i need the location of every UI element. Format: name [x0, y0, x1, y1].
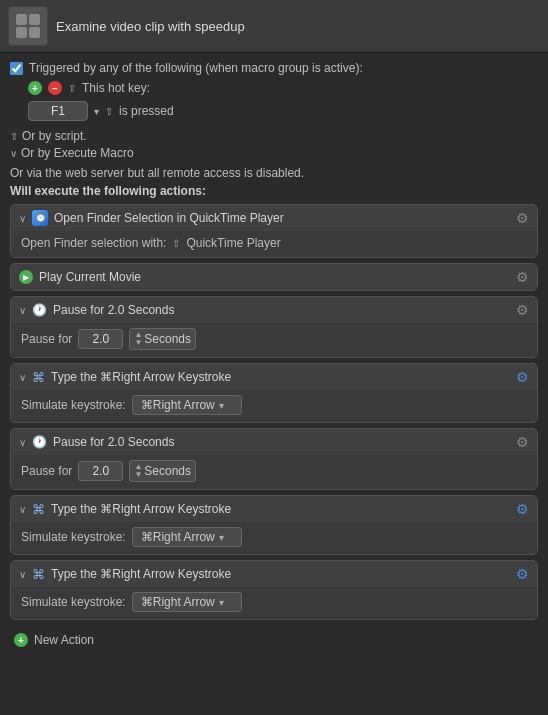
action-open-finder-left: ∨ ⌚ Open Finder Selection in QuickTime P… — [19, 210, 284, 226]
action-3-gear[interactable]: ⚙ — [516, 302, 529, 318]
keystroke-arrow-1: ▾ — [219, 400, 224, 411]
or-execute-row[interactable]: ∨ Or by Execute Macro — [10, 146, 538, 160]
or-execute-label: Or by Execute Macro — [21, 146, 134, 160]
keystroke-arrow-3: ▾ — [219, 597, 224, 608]
seconds-label-2: Seconds — [144, 464, 191, 478]
collapse-chevron-6[interactable]: ∨ — [19, 504, 26, 515]
action-5-gear[interactable]: ⚙ — [516, 434, 529, 450]
keystroke-arrow-2: ▾ — [219, 532, 224, 543]
svg-rect-3 — [29, 27, 40, 38]
hotkey-input-row: F1 ▾ ⇧ is pressed — [28, 101, 538, 121]
seconds-dropdown-1[interactable]: ▲▼ Seconds — [129, 328, 196, 350]
action-open-finder: ∨ ⌚ Open Finder Selection in QuickTime P… — [10, 204, 538, 258]
keystroke-value-2: ⌘Right Arrow — [141, 530, 215, 544]
trigger-label: Triggered by any of the following (when … — [29, 61, 363, 75]
clock-icon-2: 🕐 — [32, 435, 47, 449]
script-chevron: ⇧ — [10, 131, 18, 142]
action-pause-2: ∨ 🕐 Pause for 2.0 Seconds ⚙ Pause for ▲▼… — [10, 428, 538, 490]
keystroke-label-2: Simulate keystroke: — [21, 530, 126, 544]
action-7-title: Type the ⌘Right Arrow Keystroke — [51, 567, 231, 581]
action-keystroke-1-header: ∨ ⌘ Type the ⌘Right Arrow Keystroke ⚙ — [11, 364, 537, 390]
trigger-checkbox[interactable] — [10, 62, 23, 75]
action-2-gear[interactable]: ⚙ — [516, 269, 529, 285]
action-play-movie: ▶ Play Current Movie ⚙ — [10, 263, 538, 291]
or-script-row[interactable]: ⇧ Or by script. — [10, 129, 538, 143]
action-3-title: Pause for 2.0 Seconds — [53, 303, 174, 317]
collapse-chevron-5[interactable]: ∨ — [19, 437, 26, 448]
action-pause-1: ∨ 🕐 Pause for 2.0 Seconds ⚙ Pause for ▲▼… — [10, 296, 538, 358]
action-1-detail-text: Open Finder selection with: — [21, 236, 166, 250]
action-1-title: Open Finder Selection in QuickTime Playe… — [54, 211, 284, 225]
cmd-icon-3: ⌘ — [32, 567, 45, 582]
action-7-detail: Simulate keystroke: ⌘Right Arrow ▾ — [21, 592, 527, 612]
pause-label-1: Pause for — [21, 332, 72, 346]
action-keystroke-1-left: ∨ ⌘ Type the ⌘Right Arrow Keystroke — [19, 370, 231, 385]
svg-rect-0 — [16, 14, 27, 25]
action-1-detail: Open Finder selection with: ⇧ QuickTime … — [21, 236, 527, 250]
action-keystroke-3-left: ∨ ⌘ Type the ⌘Right Arrow Keystroke — [19, 567, 231, 582]
trigger-row: Triggered by any of the following (when … — [10, 61, 538, 75]
hotkey-section: + − ⇧ This hot key: F1 ▾ ⇧ is pressed — [28, 81, 538, 121]
action-6-gear[interactable]: ⚙ — [516, 501, 529, 517]
action-6-body: Simulate keystroke: ⌘Right Arrow ▾ — [11, 522, 537, 554]
action-4-gear[interactable]: ⚙ — [516, 369, 529, 385]
action-3-detail: Pause for ▲▼ Seconds — [21, 328, 527, 350]
main-content: Triggered by any of the following (when … — [0, 53, 548, 659]
keystroke-label-3: Simulate keystroke: — [21, 595, 126, 609]
keystroke-dropdown-3[interactable]: ⌘Right Arrow ▾ — [132, 592, 242, 612]
execute-chevron: ∨ — [10, 148, 17, 159]
macro-header: Examine video clip with speedup — [0, 0, 548, 53]
new-action-button[interactable]: + — [14, 633, 28, 647]
action-keystroke-2: ∨ ⌘ Type the ⌘Right Arrow Keystroke ⚙ Si… — [10, 495, 538, 555]
web-server-text: Or via the web server but all remote acc… — [10, 166, 538, 180]
action-play-header: ▶ Play Current Movie ⚙ — [11, 264, 537, 290]
clock-icon-1: 🕐 — [32, 303, 47, 317]
keystroke-dropdown-2[interactable]: ⌘Right Arrow ▾ — [132, 527, 242, 547]
execute-label: Will execute the following actions: — [10, 184, 538, 198]
cmd-icon-2: ⌘ — [32, 502, 45, 517]
macro-icon — [8, 6, 48, 46]
remove-hotkey-button[interactable]: − — [48, 81, 62, 95]
pause-value-1[interactable] — [78, 329, 123, 349]
keystroke-value-3: ⌘Right Arrow — [141, 595, 215, 609]
new-action-row[interactable]: + New Action — [10, 625, 538, 651]
pause-label-2: Pause for — [21, 464, 72, 478]
collapse-chevron-1[interactable]: ∨ — [19, 213, 26, 224]
svg-rect-2 — [16, 27, 27, 38]
hotkey-row: + − ⇧ This hot key: — [28, 81, 538, 95]
macro-title: Examine video clip with speedup — [56, 19, 245, 34]
hotkey-dropdown-arrow[interactable]: ▾ — [94, 106, 99, 117]
collapse-chevron-7[interactable]: ∨ — [19, 569, 26, 580]
keystroke-value-1: ⌘Right Arrow — [141, 398, 215, 412]
pause-value-2[interactable] — [78, 461, 123, 481]
collapse-chevron-4[interactable]: ∨ — [19, 372, 26, 383]
action-7-body: Simulate keystroke: ⌘Right Arrow ▾ — [11, 587, 537, 619]
action-keystroke-3: ∨ ⌘ Type the ⌘Right Arrow Keystroke ⚙ Si… — [10, 560, 538, 620]
action-keystroke-2-left: ∨ ⌘ Type the ⌘Right Arrow Keystroke — [19, 502, 231, 517]
shift-icon2: ⇧ — [105, 106, 113, 117]
add-hotkey-button[interactable]: + — [28, 81, 42, 95]
collapse-chevron-3[interactable]: ∨ — [19, 305, 26, 316]
seconds-dropdown-2[interactable]: ▲▼ Seconds — [129, 460, 196, 482]
action-pause-1-header: ∨ 🕐 Pause for 2.0 Seconds ⚙ — [11, 297, 537, 323]
or-script-label: Or by script. — [22, 129, 87, 143]
action-6-title: Type the ⌘Right Arrow Keystroke — [51, 502, 231, 516]
new-action-label: New Action — [34, 633, 94, 647]
hotkey-label: This hot key: — [82, 81, 150, 95]
action-5-detail: Pause for ▲▼ Seconds — [21, 460, 527, 482]
action-1-body: Open Finder selection with: ⇧ QuickTime … — [11, 231, 537, 257]
action-3-body: Pause for ▲▼ Seconds — [11, 323, 537, 357]
action-keystroke-3-header: ∨ ⌘ Type the ⌘Right Arrow Keystroke ⚙ — [11, 561, 537, 587]
keystroke-dropdown-1[interactable]: ⌘Right Arrow ▾ — [132, 395, 242, 415]
action-play-left: ▶ Play Current Movie — [19, 270, 141, 284]
action-6-detail: Simulate keystroke: ⌘Right Arrow ▾ — [21, 527, 527, 547]
updown-arrows-2: ▲▼ — [134, 463, 142, 479]
cmd-icon-1: ⌘ — [32, 370, 45, 385]
action-1-gear[interactable]: ⚙ — [516, 210, 529, 226]
hotkey-key: F1 — [28, 101, 88, 121]
action-open-finder-header: ∨ ⌚ Open Finder Selection in QuickTime P… — [11, 205, 537, 231]
action-5-title: Pause for 2.0 Seconds — [53, 435, 174, 449]
keystroke-label-1: Simulate keystroke: — [21, 398, 126, 412]
action-7-gear[interactable]: ⚙ — [516, 566, 529, 582]
action-pause-1-left: ∨ 🕐 Pause for 2.0 Seconds — [19, 303, 174, 317]
